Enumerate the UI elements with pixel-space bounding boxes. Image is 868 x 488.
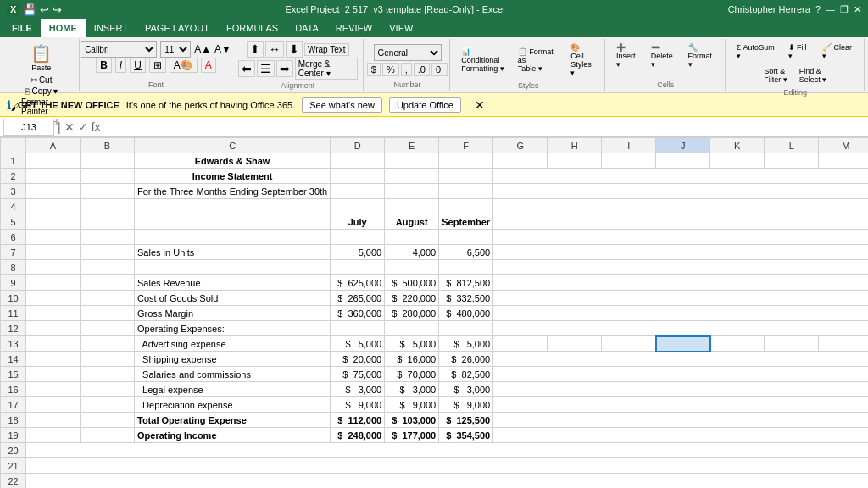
cell-i1[interactable] [602, 153, 656, 169]
cell-h1[interactable] [548, 153, 602, 169]
cell-g14-q14[interactable] [493, 352, 868, 367]
cell-row20[interactable] [26, 443, 869, 458]
cell-d17[interactable]: $ 9,000 [331, 397, 385, 413]
maximize-btn[interactable]: ❐ [840, 4, 849, 15]
cell-a17[interactable] [26, 397, 81, 413]
cell-a13[interactable] [26, 336, 81, 352]
cell-c5[interactable] [135, 214, 331, 230]
cell-e2[interactable] [385, 169, 439, 184]
cell-b19[interactable] [81, 428, 135, 443]
align-center-icon[interactable]: ☰ [257, 60, 275, 77]
font-size-select[interactable]: 11 [160, 41, 191, 58]
align-top-icon[interactable]: ⬆ [247, 41, 264, 58]
spreadsheet-scroll[interactable]: A B C D E F G H I J K L M N O P Q [0, 137, 868, 488]
cell-e19[interactable]: $ 177,000 [385, 428, 439, 443]
cell-c11[interactable]: Gross Margin [135, 306, 331, 321]
cell-e8[interactable] [385, 260, 439, 275]
cell-g12-q12[interactable] [493, 321, 868, 336]
cancel-formula-icon[interactable]: ✕ [64, 120, 75, 134]
insert-function-icon[interactable]: fx [92, 120, 101, 134]
cell-b16[interactable] [81, 382, 135, 397]
see-whats-new-button[interactable]: See what's new [302, 97, 382, 113]
cell-d7[interactable]: 5,000 [331, 245, 385, 260]
col-k-header[interactable]: K [710, 138, 765, 153]
cell-e17[interactable]: $ 9,000 [385, 397, 439, 413]
cell-c15[interactable]: Salaries and commissions [135, 367, 331, 382]
cell-c18[interactable]: Total Operating Expense [135, 413, 331, 428]
cell-b10[interactable] [81, 291, 135, 306]
cell-c7[interactable]: Sales in Units [135, 245, 331, 260]
cell-f9[interactable]: $ 812,500 [439, 275, 493, 291]
cell-g2-q2[interactable] [493, 169, 868, 184]
cell-e10[interactable]: $ 220,000 [385, 291, 439, 306]
cell-c17[interactable]: Depreciation expense [135, 397, 331, 413]
cell-g15-q15[interactable] [493, 367, 868, 382]
cell-b4[interactable] [81, 199, 135, 214]
align-right-icon[interactable]: ➡ [276, 60, 293, 77]
cell-d6[interactable] [331, 230, 385, 245]
insert-button[interactable]: ➕Insert ▾ [612, 41, 643, 71]
cell-c4[interactable] [135, 199, 331, 214]
cell-d3[interactable] [331, 184, 385, 199]
cell-e7[interactable]: 4,000 [385, 245, 439, 260]
cell-e6[interactable] [385, 230, 439, 245]
col-b-header[interactable]: B [81, 138, 135, 153]
cell-h13[interactable] [548, 336, 602, 352]
cell-b3[interactable] [81, 184, 135, 199]
cell-c3[interactable]: For the Three Months Ending September 30… [135, 184, 331, 199]
wrap-text-button[interactable]: Wrap Text [304, 43, 349, 56]
cell-f10[interactable]: $ 332,500 [439, 291, 493, 306]
cell-f4[interactable] [439, 199, 493, 214]
quick-access-redo[interactable]: ↪ [53, 3, 62, 16]
font-name-select[interactable]: Calibri [81, 41, 157, 58]
cell-a16[interactable] [26, 382, 81, 397]
tab-data[interactable]: DATA [287, 19, 327, 37]
align-middle-icon[interactable]: ↔ [265, 41, 284, 58]
comma-icon[interactable]: , [401, 63, 412, 76]
cell-d5[interactable]: July [331, 214, 385, 230]
cell-a14[interactable] [26, 352, 81, 367]
cell-g3-q3[interactable] [493, 184, 868, 199]
cell-g18-q18[interactable] [493, 413, 868, 428]
format-button[interactable]: 🔧Format ▾ [684, 41, 720, 71]
conditional-formatting-button[interactable]: 📊 ConditionalFormatting ▾ [457, 45, 510, 75]
cell-g19-q19[interactable] [493, 428, 868, 443]
border-icon[interactable]: ⊞ [149, 58, 166, 73]
cell-d16[interactable]: $ 3,000 [331, 382, 385, 397]
cell-e14[interactable]: $ 16,000 [385, 352, 439, 367]
cell-i13[interactable] [602, 336, 656, 352]
quick-access-undo[interactable]: ↩ [40, 3, 49, 16]
fill-color-icon[interactable]: A🎨 [170, 58, 198, 73]
cell-a8[interactable] [26, 260, 81, 275]
increase-font-icon[interactable]: A▲ [194, 43, 211, 55]
format-as-table-button[interactable]: 📋 Format asTable ▾ [514, 45, 564, 75]
cell-c1[interactable]: Edwards & Shaw [135, 153, 331, 169]
cell-a10[interactable] [26, 291, 81, 306]
currency-icon[interactable]: $ [367, 63, 381, 76]
close-btn[interactable]: ✕ [854, 4, 861, 15]
update-office-button[interactable]: Update Office [389, 97, 461, 113]
confirm-formula-icon[interactable]: ✓ [78, 120, 88, 134]
italic-button[interactable]: I [115, 58, 126, 73]
cell-f7[interactable]: 6,500 [439, 245, 493, 260]
cell-g7-q7[interactable] [493, 245, 868, 260]
cell-c14[interactable]: Shipping expense [135, 352, 331, 367]
cell-b18[interactable] [81, 413, 135, 428]
cell-j13[interactable] [656, 336, 710, 352]
cell-g11-q11[interactable] [493, 306, 868, 321]
cell-d11[interactable]: $ 360,000 [331, 306, 385, 321]
cell-m13[interactable] [819, 336, 868, 352]
col-f-header[interactable]: F [439, 138, 493, 153]
cell-e3[interactable] [385, 184, 439, 199]
cell-f11[interactable]: $ 480,000 [439, 306, 493, 321]
cell-c10[interactable]: Cost of Goods Sold [135, 291, 331, 306]
formula-input[interactable] [104, 119, 865, 136]
cell-j1[interactable] [656, 153, 710, 169]
cell-b7[interactable] [81, 245, 135, 260]
cell-e11[interactable]: $ 280,000 [385, 306, 439, 321]
cell-d10[interactable]: $ 265,000 [331, 291, 385, 306]
cell-a1[interactable] [26, 153, 81, 169]
cell-d4[interactable] [331, 199, 385, 214]
cell-c2[interactable]: Income Statement [135, 169, 331, 184]
cell-f18[interactable]: $ 125,500 [439, 413, 493, 428]
